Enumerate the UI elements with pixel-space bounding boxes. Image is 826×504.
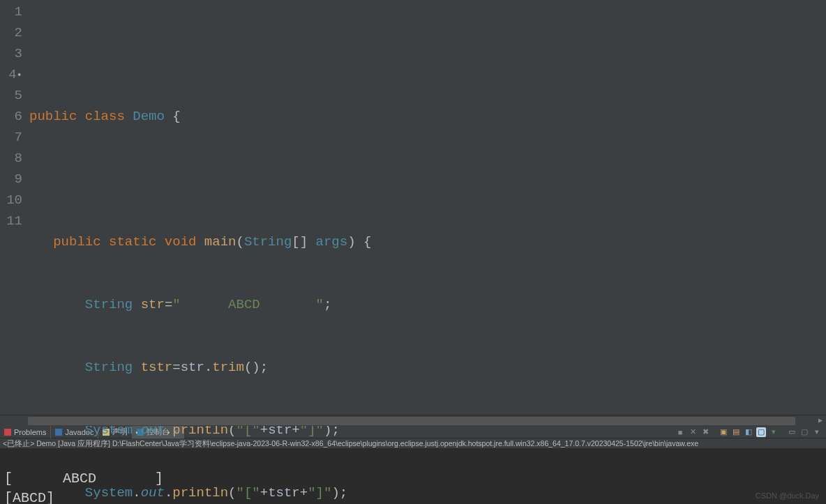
code-line-3[interactable] <box>29 169 826 190</box>
scroll-right-icon[interactable]: ▶ <box>816 417 825 425</box>
horizontal-scrollbar[interactable]: ▶ <box>0 415 826 426</box>
line-number-gutter: 1 2 3 4• 5 6 7 8 9 10 11 <box>0 0 27 415</box>
scrollbar-thumb[interactable] <box>28 417 795 425</box>
code-line-2[interactable]: public class Demo { <box>29 106 826 127</box>
code-content[interactable]: public class Demo { public static void m… <box>27 0 826 415</box>
code-line-8[interactable]: System.out.println("["+tstr+"]"); <box>29 482 826 503</box>
problems-icon <box>4 429 11 436</box>
code-line-1[interactable] <box>29 43 826 64</box>
code-line-5[interactable]: String str=" ABCD "; <box>29 294 826 315</box>
method-marker-icon: • <box>17 70 22 81</box>
code-line-6[interactable]: String tstr=str.trim(); <box>29 357 826 378</box>
code-line-4[interactable]: public static void main(String[] args) { <box>29 231 826 252</box>
code-editor[interactable]: 1 2 3 4• 5 6 7 8 9 10 11 public class De… <box>0 0 826 415</box>
